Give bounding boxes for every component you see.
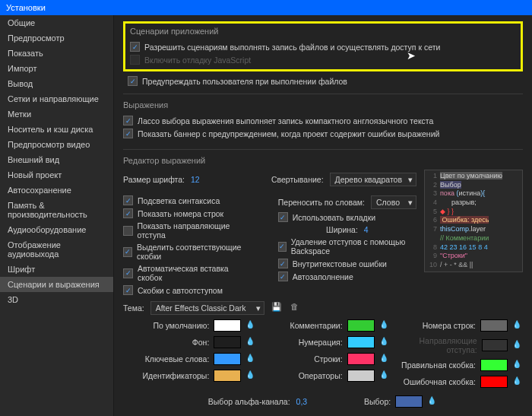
- editor-opt-checkbox[interactable]: [278, 242, 287, 252]
- enable-debug-checkbox[interactable]: [130, 55, 140, 65]
- editor-opt-checkbox[interactable]: [123, 195, 133, 205]
- color-swatch[interactable]: [480, 319, 508, 332]
- sidebar-item-14[interactable]: Отображение аудиовыхода: [0, 237, 113, 262]
- scripting-section-highlighted: Сценарии приложений Разрешить сценариям …: [123, 21, 523, 71]
- sidebar-item-17[interactable]: 3D: [0, 292, 113, 307]
- eyedropper-icon[interactable]: 💧: [512, 340, 523, 351]
- editor-opt-checkbox[interactable]: [278, 272, 288, 281]
- sidebar-item-11[interactable]: Автосохранение: [0, 183, 113, 198]
- wordwrap-dropdown[interactable]: Слово: [371, 195, 416, 209]
- editor-title: Редактор выражений: [123, 156, 523, 165]
- sidebar-item-1[interactable]: Предпросмотр: [0, 30, 113, 46]
- eyedropper-icon[interactable]: 💧: [379, 320, 390, 331]
- eyedropper-icon[interactable]: 💧: [245, 320, 256, 331]
- color-swatch[interactable]: [347, 336, 375, 348]
- color-swatch[interactable]: [480, 359, 508, 371]
- sidebar-item-12[interactable]: Память & производительность: [0, 198, 113, 222]
- eyedropper-icon[interactable]: 💧: [379, 354, 390, 364]
- sidebar-item-8[interactable]: Предпросмотр видео: [0, 137, 113, 152]
- alpha-value[interactable]: 0,3: [296, 397, 308, 406]
- editor-opt-checkbox[interactable]: [123, 285, 133, 295]
- sidebar-item-13[interactable]: Аудиооборудование: [0, 222, 113, 237]
- editor-opt-checkbox[interactable]: [278, 212, 288, 222]
- sidebar-item-3[interactable]: Импорт: [0, 61, 113, 76]
- sidebar-item-0[interactable]: Общие: [0, 15, 113, 30]
- theme-dropdown[interactable]: After Effects Classic Dark: [150, 301, 264, 315]
- eyedropper-icon[interactable]: 💧: [512, 320, 523, 331]
- window-title: Установки: [6, 3, 46, 12]
- sidebar-item-16[interactable]: Сценарии и выражения: [0, 277, 113, 292]
- eyedropper-icon[interactable]: 💧: [245, 370, 256, 381]
- editor-opt-checkbox[interactable]: [123, 226, 133, 236]
- allow-scripts-checkbox[interactable]: [130, 42, 140, 52]
- eyedropper-icon[interactable]: 💧: [379, 337, 390, 348]
- sidebar-item-10[interactable]: Новый проект: [0, 167, 113, 183]
- eyedropper-icon[interactable]: 💧: [427, 396, 438, 407]
- tab-width-value[interactable]: 4: [364, 225, 369, 234]
- code-preview: 1Цвет по умолчанию2Выбор3пока (истина){4…: [424, 170, 523, 272]
- color-swatch[interactable]: [214, 319, 241, 332]
- selection-swatch[interactable]: [395, 395, 423, 408]
- sidebar-item-4[interactable]: Вывод: [0, 76, 113, 91]
- eyedropper-icon[interactable]: 💧: [245, 337, 256, 348]
- sidebar-item-7[interactable]: Носитель и кэш диска: [0, 122, 113, 137]
- color-swatch[interactable]: [480, 376, 508, 388]
- editor-opt-checkbox[interactable]: [123, 268, 133, 278]
- sidebar-item-15[interactable]: Шрифт: [0, 262, 113, 277]
- color-swatch[interactable]: [214, 370, 241, 382]
- sidebar-item-2[interactable]: Показать: [0, 46, 113, 61]
- eyedropper-icon[interactable]: 💧: [512, 376, 523, 387]
- color-swatch[interactable]: [347, 319, 375, 332]
- eyedropper-icon[interactable]: 💧: [245, 354, 256, 364]
- lasso-checkbox[interactable]: [123, 116, 133, 125]
- scripting-title: Сценарии приложений: [130, 27, 516, 36]
- color-swatch[interactable]: [214, 353, 241, 365]
- preferences-sidebar: ОбщиеПредпросмотрПоказатьИмпортВыводСетк…: [0, 15, 114, 416]
- sidebar-item-6[interactable]: Метки: [0, 106, 113, 122]
- eyedropper-icon[interactable]: 💧: [512, 360, 523, 370]
- color-swatch[interactable]: [214, 336, 241, 348]
- title-bar: Установки: [0, 0, 532, 15]
- preferences-content: Сценарии приложений Разрешить сценариям …: [114, 15, 532, 416]
- banner-checkbox[interactable]: [123, 129, 133, 138]
- eyedropper-icon[interactable]: 💧: [379, 370, 390, 381]
- warn-user-checkbox[interactable]: [128, 76, 138, 86]
- editor-opt-checkbox[interactable]: [123, 247, 132, 257]
- folding-dropdown[interactable]: Дерево квадратов: [330, 173, 416, 186]
- delete-theme-icon[interactable]: 🗑: [289, 302, 301, 314]
- color-swatch[interactable]: [347, 353, 375, 365]
- editor-opt-checkbox[interactable]: [278, 259, 288, 268]
- sidebar-item-9[interactable]: Внешний вид: [0, 152, 113, 167]
- font-size-value[interactable]: 12: [191, 175, 200, 184]
- color-swatch[interactable]: [482, 339, 508, 351]
- editor-opt-checkbox[interactable]: [123, 208, 133, 218]
- expressions-title: Выражения: [123, 100, 523, 110]
- save-theme-icon[interactable]: 💾: [271, 302, 283, 314]
- color-swatch[interactable]: [347, 370, 375, 382]
- sidebar-item-5[interactable]: Сетки и направляющие: [0, 91, 113, 106]
